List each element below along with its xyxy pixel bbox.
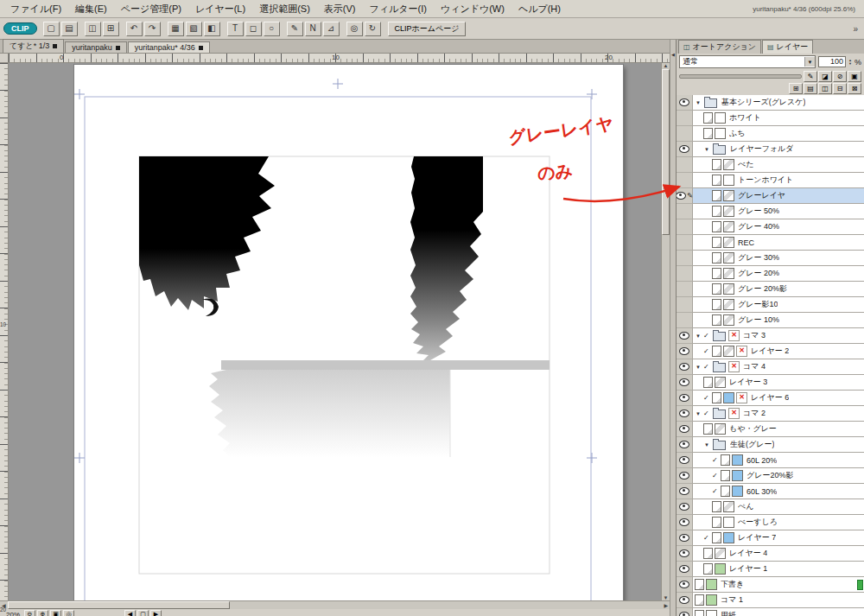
layer-item[interactable]: ホワイト bbox=[693, 111, 864, 126]
pen-target-icon[interactable]: ✎ bbox=[804, 71, 817, 82]
eye-icon[interactable] bbox=[679, 596, 689, 604]
clip-logo[interactable]: CLIP bbox=[3, 22, 37, 35]
eye-icon[interactable] bbox=[679, 363, 689, 371]
eye-icon[interactable] bbox=[679, 425, 689, 433]
layer-visibility-cell[interactable] bbox=[677, 282, 693, 297]
expand-triangle-icon[interactable]: ▼ bbox=[695, 100, 702, 105]
frame-icon[interactable]: ◧ bbox=[204, 22, 220, 36]
scroll-right-icon[interactable]: ▶ bbox=[662, 602, 670, 608]
rotate-view-icon[interactable]: ↻ bbox=[365, 22, 381, 36]
check-icon[interactable]: ✓ bbox=[703, 347, 710, 355]
panel-tab-1[interactable]: ▤レイヤー bbox=[762, 40, 813, 54]
eye-icon[interactable] bbox=[679, 332, 689, 340]
expand-triangle-icon[interactable]: ▼ bbox=[695, 365, 702, 370]
check-icon[interactable]: ✓ bbox=[703, 363, 710, 371]
layer-visibility-cell[interactable] bbox=[677, 111, 693, 126]
toolbar-overflow-icon[interactable]: » bbox=[853, 24, 861, 34]
layer-visibility-cell[interactable] bbox=[677, 515, 693, 530]
check-icon[interactable]: ✓ bbox=[703, 410, 710, 417]
layer-item[interactable]: ぺん bbox=[693, 499, 864, 515]
opacity-stepper[interactable]: ▲▼ bbox=[848, 59, 852, 66]
opacity-slider[interactable] bbox=[679, 74, 802, 79]
zoom-out-icon[interactable]: ⊖ bbox=[24, 610, 35, 616]
triangle-tool-icon[interactable]: ⊿ bbox=[323, 22, 340, 36]
layer-visibility-cell[interactable] bbox=[677, 593, 693, 608]
lasso-tool-icon[interactable]: ○ bbox=[264, 22, 280, 36]
doc-tab-2[interactable]: yuritanpaku* 4/36 bbox=[128, 41, 210, 53]
canvas-viewport[interactable] bbox=[9, 63, 661, 600]
merge-layer-icon[interactable]: ⊟ bbox=[833, 83, 847, 94]
layer-item[interactable]: べーすしろ bbox=[693, 515, 864, 530]
opacity-input[interactable]: 100 bbox=[818, 56, 846, 67]
layer-item[interactable]: グレー 20% bbox=[693, 266, 864, 282]
layer-item[interactable]: ✓60L 30% bbox=[693, 484, 864, 499]
layer-visibility-cell[interactable] bbox=[677, 235, 693, 251]
eye-icon[interactable] bbox=[679, 549, 689, 557]
scroll-up-icon[interactable]: ▲ bbox=[664, 63, 669, 68]
layer-visibility-cell[interactable] bbox=[677, 313, 693, 328]
expand-triangle-icon[interactable]: ▼ bbox=[695, 411, 702, 416]
layer-item[interactable]: べた bbox=[693, 157, 864, 173]
check-icon[interactable]: ✓ bbox=[712, 472, 719, 479]
layer-visibility-cell[interactable] bbox=[677, 468, 693, 484]
doc-tab-1[interactable]: yuritanpaku bbox=[65, 41, 127, 53]
redo-icon[interactable]: ↷ bbox=[144, 22, 161, 36]
undo-icon[interactable]: ↶ bbox=[126, 22, 143, 36]
eye-icon[interactable] bbox=[679, 472, 689, 479]
menu-item-8[interactable]: ヘルプ(H) bbox=[511, 1, 568, 17]
layer-item[interactable]: ✓レイヤー 7 bbox=[693, 530, 864, 546]
snap-icon[interactable]: ◎ bbox=[346, 22, 363, 36]
panel-tab-0[interactable]: ◫オートアクション bbox=[678, 40, 761, 54]
save-icon[interactable]: ◫ bbox=[85, 22, 101, 36]
layer-visibility-cell[interactable] bbox=[677, 157, 693, 173]
eye-icon[interactable] bbox=[679, 441, 689, 448]
grid-icon[interactable]: ▦ bbox=[168, 22, 184, 36]
layer-visibility-cell[interactable] bbox=[677, 422, 693, 437]
delete-layer-icon[interactable]: ⊠ bbox=[848, 83, 861, 94]
clip-homepage-button[interactable]: CLIPホームページ bbox=[388, 22, 467, 36]
new-layer-icon[interactable]: ⊞ bbox=[789, 83, 803, 94]
expand-triangle-icon[interactable]: ▼ bbox=[695, 333, 702, 339]
layer-visibility-cell[interactable] bbox=[677, 406, 693, 422]
horizontal-scroll-thumb[interactable] bbox=[8, 601, 230, 609]
layer-visibility-cell[interactable] bbox=[677, 437, 693, 453]
layer-item[interactable]: ✓60L 20% bbox=[693, 453, 864, 468]
layer-visibility-cell[interactable] bbox=[677, 375, 693, 391]
layer-item[interactable]: レイヤー 4 bbox=[693, 546, 864, 562]
eye-icon[interactable] bbox=[679, 145, 689, 153]
layer-visibility-cell[interactable] bbox=[677, 142, 693, 157]
check-icon[interactable]: ✓ bbox=[703, 394, 710, 402]
layer-item[interactable]: REC bbox=[693, 235, 864, 251]
layer-item[interactable]: トーンホワイト bbox=[693, 173, 864, 188]
layer-visibility-cell[interactable] bbox=[677, 204, 693, 219]
layer-item[interactable]: ✓✕レイヤー 6 bbox=[693, 391, 864, 406]
lock-icon[interactable]: ⊘ bbox=[833, 71, 847, 82]
layer-item[interactable]: グレー 50% bbox=[693, 204, 864, 219]
fit-window-icon[interactable]: ▣ bbox=[50, 610, 61, 616]
layer-item[interactable]: ▼✓✕コマ 4 bbox=[693, 359, 864, 375]
layer-visibility-cell[interactable] bbox=[677, 266, 693, 282]
eye-icon[interactable] bbox=[679, 534, 689, 542]
expand-triangle-icon[interactable]: ▼ bbox=[703, 442, 710, 448]
open-page-icon[interactable]: ▤ bbox=[61, 22, 78, 36]
layer-item[interactable]: レイヤー 3 bbox=[693, 375, 864, 391]
layer-item[interactable]: もや・グレー bbox=[693, 422, 864, 437]
eye-icon[interactable] bbox=[679, 98, 689, 106]
eye-icon[interactable] bbox=[679, 503, 689, 511]
check-icon[interactable]: ✓ bbox=[712, 456, 719, 464]
eye-icon[interactable] bbox=[679, 378, 689, 386]
menu-item-2[interactable]: ページ管理(P) bbox=[114, 1, 188, 17]
blend-mode-select[interactable]: 通常 ▼ bbox=[679, 55, 816, 68]
page-manager-icon[interactable]: ⊞ bbox=[103, 22, 119, 36]
layer-visibility-cell[interactable] bbox=[677, 530, 693, 546]
layer-item[interactable]: グレー 30% bbox=[693, 251, 864, 266]
chevron-down-icon[interactable]: ▼ bbox=[804, 57, 815, 67]
layer-item[interactable]: ✓グレー20%影 bbox=[693, 468, 864, 484]
layer-visibility-cell[interactable] bbox=[677, 297, 693, 313]
n-tool-icon[interactable]: N bbox=[305, 22, 321, 36]
guide-icon[interactable]: ▧ bbox=[186, 22, 202, 36]
panel-splitter[interactable]: ◀ bbox=[670, 40, 676, 616]
layer-visibility-cell[interactable] bbox=[677, 453, 693, 468]
menu-item-3[interactable]: レイヤー(L) bbox=[188, 1, 252, 17]
layer-visibility-cell[interactable] bbox=[677, 499, 693, 515]
